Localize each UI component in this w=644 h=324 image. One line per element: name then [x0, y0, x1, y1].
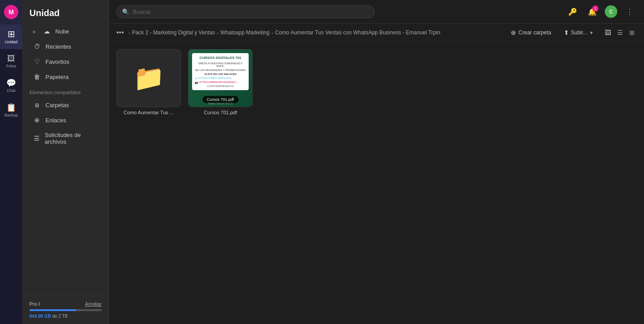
view-grid-btn[interactable]: ⊞ [627, 28, 637, 37]
sidebar-item-chat[interactable]: 💬 Chat [0, 74, 22, 98]
chat-label: Chat [7, 88, 15, 93]
user-avatar-small[interactable]: C [605, 5, 617, 18]
pdf-thumb-sub2: DE LAS NOVEDADES Y PROMOCIONES [195, 69, 246, 71]
storage-text: 944,98 GB de 2 TB [29, 314, 102, 319]
folder-icon: 📁 [133, 63, 164, 93]
sidebar-title: Unidad [22, 0, 109, 24]
storage-bar-bg [29, 309, 102, 311]
key-button[interactable]: 🔑 [566, 4, 580, 19]
nav-enlaces[interactable]: ⊕ Enlaces [26, 113, 105, 127]
backup-label: Backup [4, 113, 18, 117]
nav-favoritos[interactable]: ♡ Favoritos [26, 54, 105, 69]
crear-carpeta-label: Crear carpeta [518, 29, 551, 36]
view-list-btn[interactable]: ☰ [615, 28, 625, 37]
backup-icon: 📋 [6, 104, 16, 112]
file-item-pdf[interactable]: CURSOS DIGITALES 701 ÚNETE A NUESTRA COM… [188, 49, 253, 115]
breadcrumb-sep-1: › [217, 29, 218, 36]
crear-carpeta-btn[interactable]: ⊕ Crear carpeta [507, 27, 554, 38]
storage-bar-fill [29, 309, 76, 311]
recientes-label: Recientes [45, 43, 71, 50]
pdf-thumb-link1-row: ✈ HTTPS://T.ME/CURSOS701 [195, 77, 246, 80]
unidad-label: Unidad [5, 40, 18, 44]
subir-icon: ⬆ [564, 29, 569, 36]
subir-label: Subir... [571, 29, 587, 36]
solicitudes-icon: ☰ [33, 135, 40, 142]
pdf-thumb-link2-row: 📷 HTTPS://WWW.INSTAGRAM.C... [195, 81, 246, 84]
chat-icon: 💬 [6, 79, 16, 87]
sidebar-footer: Pro I Ampliar 944,98 GB de 2 TB [22, 295, 109, 324]
pdf-thumb-sub1: ÚNETE A NUESTRA COMUNIDAD Y ENTÉ- [195, 62, 246, 67]
more-icon: ⋮ [626, 8, 633, 16]
user-avatar: M [4, 5, 18, 19]
sidebar-item-backup[interactable]: 📋 Backup [0, 98, 22, 123]
breadcrumb-whatsapp[interactable]: Whatsapp Marketing [221, 29, 270, 36]
subir-btn[interactable]: ⬆ Subir... ▼ [560, 27, 597, 38]
more-button[interactable]: ⋮ [623, 4, 637, 19]
file-item-folder[interactable]: 📁 Como Aumentar Tus ... [116, 49, 181, 115]
pdf-thumb-title: CURSOS DIGITALES 701 [195, 56, 246, 60]
pdf-thumb-link1: HTTPS://T.ME/CURSOS701 [198, 77, 232, 79]
nube-label: Nube [55, 28, 69, 35]
nav-recientes[interactable]: ⏱ Recientes [26, 39, 105, 54]
breadcrumb-actions: ⊕ Crear carpeta ⬆ Subir... ▼ 🖼 ☰ ⊞ [507, 27, 637, 38]
top-bar: 🔍 🔑 🔔 1 C ⋮ [109, 0, 644, 24]
nav-papelera[interactable]: 🗑 Papelera [26, 70, 105, 84]
fotos-icon: 🖼 [7, 54, 15, 62]
solicitudes-label: Solicitudes de archivos [45, 132, 98, 145]
storage-of: de 2 TB [52, 314, 68, 319]
folder-name: Como Aumentar Tus ... [116, 110, 181, 115]
search-input[interactable] [133, 8, 369, 15]
unidad-icon: ⊞ [8, 29, 15, 38]
top-bar-right: 🔑 🔔 1 C ⋮ [566, 4, 637, 19]
favoritos-icon: ♡ [33, 58, 41, 65]
enlaces-icon: ⊕ [33, 116, 41, 124]
pdf-thumb-bg: CURSOS DIGITALES 701 ÚNETE A NUESTRA COM… [189, 50, 252, 107]
search-icon: 🔍 [122, 8, 129, 15]
view-icons: 🖼 ☰ ⊞ [603, 28, 637, 37]
pdf-thumb-link2: HTTPS://WWW.INSTAGRAM.C... [199, 81, 238, 83]
pdf-thumb-cta: CLICK EN LOS ENLACES [195, 73, 246, 75]
file-grid: 📁 Como Aumentar Tus ... CURSOS DIGITALES… [109, 42, 644, 324]
carpetas-label: Carpetas [45, 102, 69, 108]
sidebar-item-unidad[interactable]: ⊞ Unidad [0, 25, 22, 49]
nav-nube[interactable]: ▶ ☁ Nube [26, 24, 105, 38]
breadcrumb-bar: ••• › Pack 2 - Marketing Digital y Venta… [109, 24, 644, 42]
sidebar-item-fotos[interactable]: 🖼 Fotos [0, 49, 22, 74]
breadcrumb-como[interactable]: Como Aumentar Tus Ventas con WhatsApp Bu… [275, 29, 440, 36]
nube-icon: ☁ [43, 28, 51, 35]
carpetas-icon: ⊞ [33, 102, 41, 108]
nav-carpetas[interactable]: ⊞ Carpetas [26, 98, 105, 112]
pdf-thumbnail: CURSOS DIGITALES 701 ÚNETE A NUESTRA COM… [188, 49, 253, 107]
folder-thumbnail: 📁 [116, 49, 181, 107]
papelera-icon: 🗑 [33, 73, 41, 80]
pro-label: Pro I [29, 301, 40, 307]
crear-carpeta-icon: ⊕ [511, 29, 516, 36]
breadcrumb-sep-2: › [271, 29, 273, 36]
pdf-thumb-link2-sub: /CURSOSEMPRENDE701/ [195, 85, 246, 87]
icon-sidebar: M ⊞ Unidad 🖼 Fotos 💬 Chat 📋 Backup [0, 0, 22, 324]
breadcrumb-sep-0: › [128, 29, 130, 36]
favoritos-label: Favoritos [45, 58, 69, 65]
shared-section-label: Elementos compartidos [22, 84, 109, 98]
nube-arrow: ▶ [33, 29, 37, 34]
breadcrumb-more-btn[interactable]: ••• [116, 29, 124, 37]
nav-solicitudes[interactable]: ☰ Solicitudes de archivos [26, 128, 105, 149]
search-box[interactable]: 🔍 [116, 5, 375, 18]
bell-button[interactable]: 🔔 1 [585, 4, 599, 19]
subir-caret-icon: ▼ [589, 30, 594, 35]
notification-badge: 1 [592, 5, 599, 12]
pdf-name: Cursos 701.pdf [188, 110, 253, 115]
view-image-btn[interactable]: 🖼 [603, 28, 613, 37]
pdf-bottom-text: WWW.CURSOS 701.CO [190, 102, 250, 105]
breadcrumb-pack2[interactable]: Pack 2 - Marketing Digital y Ventas [132, 29, 215, 36]
fotos-label: Fotos [6, 64, 16, 68]
sidebar-avatar[interactable]: M [0, 0, 22, 25]
enlaces-label: Enlaces [45, 117, 66, 124]
pdf-thumb-content: CURSOS DIGITALES 701 ÚNETE A NUESTRA COM… [192, 53, 249, 90]
main-sidebar: Unidad ▶ ☁ Nube ⏱ Recientes ♡ Favoritos … [22, 0, 109, 324]
storage-gb: 944,98 GB [29, 314, 51, 319]
key-icon: 🔑 [568, 8, 577, 16]
ampliar-link[interactable]: Ampliar [85, 301, 102, 307]
recientes-icon: ⏱ [33, 43, 41, 50]
papelera-label: Papelera [45, 74, 69, 80]
